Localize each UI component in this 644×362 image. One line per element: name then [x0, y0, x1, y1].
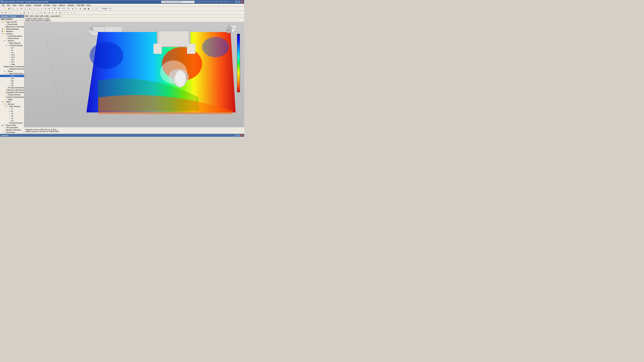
- t2-btn1[interactable]: ◫: [0, 11, 4, 14]
- tree-type-results[interactable]: ▼ 📁 Type of results: [0, 21, 24, 23]
- t2-surf-btn[interactable]: ▭: [19, 11, 22, 14]
- tree-solid-sx[interactable]: ○ σx: [0, 108, 24, 110]
- zoom-out-btn[interactable]: 🔍: [36, 7, 40, 10]
- panel-maximize-btn[interactable]: □: [238, 134, 240, 137]
- tree-exx-[interactable]: ○ εxx-: [0, 79, 24, 82]
- tree-eyy+[interactable]: ○ εyy+: [0, 77, 24, 79]
- navigation-cube[interactable]: TOP FRONT RIGHT: [225, 24, 236, 34]
- tree-shape[interactable]: 📋 Shape: [0, 98, 24, 100]
- tree-exy[interactable]: ○ εxy: [0, 84, 24, 86]
- menu-results[interactable]: Results: [43, 4, 51, 6]
- save-btn[interactable]: 💾: [8, 7, 11, 10]
- menu-options[interactable]: Options: [58, 4, 66, 6]
- tree-sx+[interactable]: ○ σx+: [0, 51, 24, 54]
- menu-cad[interactable]: CAD-BIM: [76, 4, 85, 6]
- menu-tools[interactable]: Tools: [51, 4, 58, 6]
- tree-surfaces[interactable]: ▼ 📁 Surfaces: [0, 32, 24, 35]
- tree-local-def[interactable]: 📋 Local Deformations: [0, 35, 24, 37]
- tree-display-members[interactable]: 📋 Members: [0, 133, 24, 134]
- close-button[interactable]: ✕: [241, 1, 244, 3]
- menu-file[interactable]: File: [1, 4, 6, 6]
- tree-deformation[interactable]: 📋 Deformation: [0, 131, 24, 133]
- tree-internal-forces[interactable]: 📋 Internal Forces: [0, 37, 24, 39]
- print-btn[interactable]: 🖨: [28, 7, 31, 10]
- menu-calculate[interactable]: Calculate: [33, 4, 42, 6]
- tree-strains[interactable]: ▼ 📋 Strains: [0, 70, 24, 72]
- paste-btn[interactable]: 📋: [24, 7, 27, 10]
- tree-solid-txy[interactable]: ○ τxy: [0, 115, 24, 117]
- t2-node-btn[interactable]: •: [12, 11, 15, 14]
- t2-more2[interactable]: ★: [51, 11, 54, 14]
- tree-differences[interactable]: ○ Differences to initial state: [0, 25, 24, 28]
- tree-result-values[interactable]: ▶ 📋 Result Values: [0, 124, 24, 126]
- rotate-btn[interactable]: ↻: [44, 7, 48, 10]
- tree-stresses[interactable]: ▼ 📋 Stresses: [0, 39, 24, 42]
- filter-btn[interactable]: ⊞: [79, 7, 82, 10]
- maximize-button[interactable]: □: [238, 1, 240, 3]
- tree-solid-tyz[interactable]: ○ τyz: [0, 119, 24, 122]
- menu-assign[interactable]: Assign: [25, 4, 32, 6]
- tree-s1m[interactable]: ○ σ1,m: [0, 54, 24, 56]
- nav-tab-static[interactable]: Static Analysis: [0, 18, 24, 20]
- new-btn[interactable]: 📄: [0, 7, 4, 10]
- tree-global-defs[interactable]: ▶ 📁 Global Definitions: [0, 28, 24, 30]
- render-btn[interactable]: ▦: [83, 7, 86, 10]
- tree-max-ts[interactable]: 📋 Maximum Total Strains: [0, 89, 24, 91]
- tree-maxmin-info[interactable]: 📋 Max/Min Information: [0, 129, 24, 131]
- menu-window[interactable]: Window: [66, 4, 75, 6]
- t2-result-btn[interactable]: 📊: [35, 11, 38, 14]
- tree-title-info[interactable]: 📋 Title Information: [0, 126, 24, 129]
- t2-c1[interactable]: ↗: [63, 11, 66, 14]
- lc-select[interactable]: S|C: CO2 · LC1 + LC2 + LC3 + LC4: [52, 7, 74, 10]
- t2-btn2[interactable]: ⊞: [4, 11, 7, 14]
- zoom-in-btn[interactable]: 🔍: [32, 7, 36, 10]
- nav-close-btn[interactable]: ✕: [21, 15, 24, 17]
- t2-solid-btn[interactable]: ◉: [22, 11, 26, 14]
- tree-s2m[interactable]: ○ σ2,m: [0, 56, 24, 58]
- pan-btn[interactable]: ✥: [48, 7, 51, 10]
- tree-isotropic[interactable]: 📋 Isotropic Characteristics: [0, 96, 24, 98]
- tree-equiv-ts[interactable]: 📋 Equivalent Total Strains: [0, 91, 24, 93]
- view3d-btn[interactable]: ⬡: [95, 7, 98, 10]
- tree-equiv-stress[interactable]: 📋 Equivalent Stresses: [0, 68, 24, 70]
- tree-solid-principal[interactable]: 📋 Principal Stresses: [0, 122, 24, 124]
- wireframe-btn[interactable]: ⬚: [90, 7, 94, 10]
- menu-insert[interactable]: Insert: [18, 4, 24, 6]
- tree-solid-sy[interactable]: ⊙ σy: [0, 110, 24, 112]
- tree-basic-stresses[interactable]: 📋 Basic Stresses: [0, 42, 24, 44]
- t2-c4[interactable]: ↙: [73, 11, 77, 14]
- global-search-input[interactable]: [164, 1, 191, 3]
- tree-solid-txz[interactable]: ○ τxz: [0, 117, 24, 119]
- tree-contact[interactable]: 📋 Contact Stresses: [0, 93, 24, 96]
- tree-solid-sz[interactable]: ○ σz: [0, 112, 24, 115]
- tree-solids[interactable]: ▼ 📁 Solids: [0, 100, 24, 103]
- open-btn[interactable]: 📁: [4, 7, 7, 10]
- tree-s2s[interactable]: ○ σ2,s: [0, 61, 24, 63]
- tree-pts[interactable]: 📋 Principal Total Strains: [0, 86, 24, 89]
- t2-line-btn[interactable]: ╱: [16, 11, 19, 14]
- menu-view[interactable]: View: [12, 4, 18, 6]
- tree-tmax[interactable]: ○ τmax: [0, 63, 24, 65]
- tree-exx-selected[interactable]: ⊙ εxx+: [0, 75, 24, 77]
- minimize-button[interactable]: ─: [235, 1, 238, 3]
- nav-pin-btn[interactable]: 📌: [18, 15, 21, 17]
- tree-basic-total-strains[interactable]: ▼ 📋 Basic Total Strains: [0, 72, 24, 75]
- panel-minimize-btn[interactable]: ─: [234, 134, 237, 137]
- t2-more3[interactable]: ⊘: [55, 11, 58, 14]
- menu-help[interactable]: Help: [86, 4, 92, 6]
- tree-principal-stresses[interactable]: ▼ 📋 Principal Stresses: [0, 44, 24, 46]
- menu-edit[interactable]: Edit: [6, 4, 11, 6]
- t2-snap-btn[interactable]: ⊕: [40, 11, 43, 14]
- t2-more4[interactable]: ✚: [58, 11, 62, 14]
- zoom-all-btn[interactable]: ⤢: [40, 7, 43, 10]
- t2-grid-btn[interactable]: ⊞: [43, 11, 46, 14]
- view-select[interactable]: 1 · Global XYZ: [98, 7, 112, 10]
- t2-support-btn[interactable]: △: [30, 11, 34, 14]
- tree-solid-basic[interactable]: ▼ 📋 Basic Stresses: [0, 105, 24, 108]
- tree-s1s[interactable]: ○ σ1,s: [0, 58, 24, 61]
- t2-btn3[interactable]: ⬚: [8, 11, 11, 14]
- tree-final-results[interactable]: ⊙ Final Results: [0, 23, 24, 25]
- tree-solid-stresses[interactable]: ▼ 📋 Stresses: [0, 103, 24, 105]
- copy-btn[interactable]: ⧉: [20, 7, 23, 10]
- tree-members[interactable]: ▶ 📁 Members: [0, 30, 24, 32]
